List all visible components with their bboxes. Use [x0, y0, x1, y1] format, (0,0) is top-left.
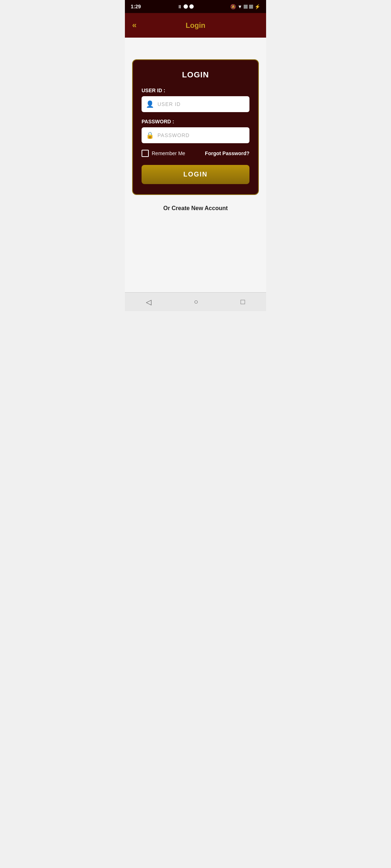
nav-home-icon[interactable]: ○	[194, 298, 198, 306]
media-icon: ⏸	[177, 4, 182, 9]
login-card-title: LOGIN	[142, 70, 249, 80]
password-input[interactable]	[142, 127, 249, 143]
password-wrapper	[142, 127, 249, 143]
notification-icon: 🔕	[230, 4, 236, 9]
status-time: 1:29	[131, 4, 141, 9]
main-content: LOGIN USER ID : PASSWORD : Remember Me F…	[125, 38, 266, 292]
page-title: Login	[186, 21, 205, 30]
status-right-icons: 🔕 ▼ ⚡	[230, 4, 260, 9]
circle-icon-1	[184, 4, 188, 9]
user-icon	[146, 100, 154, 108]
remember-me-text: Remember Me	[152, 150, 185, 156]
forgot-password-link[interactable]: Forgot Password?	[205, 150, 249, 156]
user-id-input[interactable]	[142, 96, 249, 112]
circle-icon-2	[189, 4, 194, 9]
nav-back-icon[interactable]: ◁	[146, 298, 151, 306]
status-bar: 1:29 ⏸ 🔕 ▼ ⚡	[125, 0, 266, 13]
signal-icon-1	[244, 5, 248, 9]
wifi-icon: ▼	[237, 4, 242, 9]
user-id-label: USER ID :	[142, 88, 249, 93]
user-id-wrapper	[142, 96, 249, 112]
app-header: « Login	[125, 13, 266, 38]
bottom-nav: ◁ ○ □	[125, 292, 266, 311]
login-button[interactable]: LOGIN	[142, 165, 249, 184]
status-center-icons: ⏸	[177, 4, 194, 9]
nav-recent-icon[interactable]: □	[240, 298, 245, 306]
remember-me-label[interactable]: Remember Me	[142, 150, 185, 157]
login-card: LOGIN USER ID : PASSWORD : Remember Me F…	[132, 59, 259, 195]
battery-icon: ⚡	[255, 4, 260, 9]
remember-me-checkbox[interactable]	[142, 150, 149, 157]
back-button[interactable]: «	[132, 21, 136, 30]
lock-icon	[146, 131, 154, 139]
signal-icon-2	[249, 5, 253, 9]
password-label: PASSWORD :	[142, 119, 249, 124]
options-row: Remember Me Forgot Password?	[142, 150, 249, 157]
create-account-text[interactable]: Or Create New Account	[163, 205, 228, 212]
